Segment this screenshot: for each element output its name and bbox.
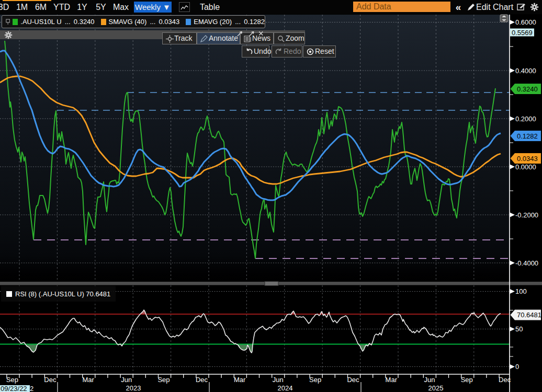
svg-text:Mar: Mar [386,376,398,384]
svg-text:Dec: Dec [196,376,208,384]
svg-text:-0.4000: -0.4000 [515,259,538,267]
svg-text:Sep: Sep [157,376,170,384]
svg-text:70.6481: 70.6481 [517,311,541,319]
svg-text:09/23/22: 09/23/22 [1,385,27,392]
svg-text:0.5569: 0.5569 [512,29,533,37]
svg-text:50: 50 [515,325,523,333]
svg-text:Dec: Dec [347,376,359,384]
svg-text:Jun: Jun [424,376,435,384]
svg-text:0.4000: 0.4000 [515,67,536,75]
svg-text:Jun: Jun [273,376,284,384]
svg-text:-0.2000: -0.2000 [515,211,538,219]
svg-text:Dec: Dec [44,376,57,384]
svg-text:0.1282: 0.1282 [517,132,538,140]
svg-text:2024: 2024 [278,384,293,392]
svg-text:Sep: Sep [461,376,473,384]
svg-text:0.2000: 0.2000 [515,115,536,123]
svg-text:0.6000: 0.6000 [515,18,536,26]
svg-text:Dec: Dec [499,376,511,384]
svg-text:0: 0 [515,363,519,371]
svg-text:Jun: Jun [121,376,132,384]
svg-text:Mar: Mar [234,376,246,384]
svg-text:100: 100 [515,287,527,295]
svg-text:2025: 2025 [428,384,444,392]
svg-text:Sep: Sep [6,376,18,384]
svg-text:0.0000: 0.0000 [515,163,536,171]
svg-text:Sep: Sep [309,376,321,384]
svg-text:0.3240: 0.3240 [517,85,538,93]
svg-text:2: 2 [30,385,33,392]
svg-text:0.0343: 0.0343 [517,155,538,163]
svg-text:Mar: Mar [82,376,94,384]
svg-text:2023: 2023 [126,384,141,392]
